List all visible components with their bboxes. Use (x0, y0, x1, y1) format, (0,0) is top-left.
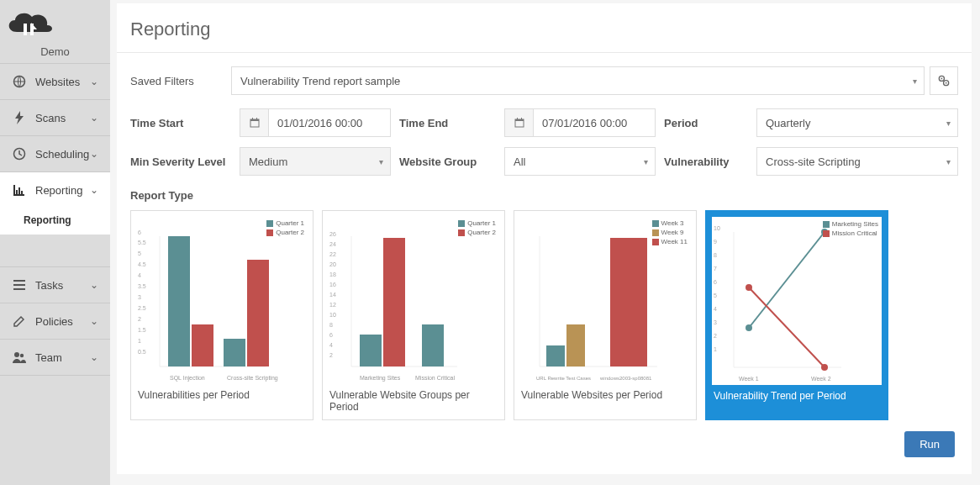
sidebar-item-label: Team (35, 351, 90, 364)
chart-thumb: Marketing Sites Mission Critical Week 1 … (712, 217, 882, 385)
vulnerability-label: Vulnerability (664, 156, 748, 168)
svg-rect-27 (192, 324, 213, 366)
vulnerability-select[interactable]: Cross-site Scripting (756, 147, 958, 176)
svg-rect-7 (13, 280, 25, 282)
reporting-panel: Reporting Saved Filters Vulnerability Tr… (117, 3, 972, 474)
calendar-icon (240, 108, 268, 137)
edit-icon (12, 314, 27, 329)
card-title: Vulnerability Trend per Period (712, 385, 882, 403)
svg-point-14 (941, 78, 943, 80)
svg-rect-38 (566, 324, 585, 366)
chart-thumb: Quarter 1 Quarter 2 Marketing Sites Miss… (328, 216, 499, 384)
brand-label: Demo (0, 45, 110, 58)
chevron-down-icon: ⌄ (90, 279, 98, 291)
min-severity-value: Medium (249, 156, 287, 168)
sidebar-item-reporting[interactable]: Reporting ⌄ (0, 172, 110, 208)
saved-filters-label: Saved Filters (130, 75, 231, 87)
svg-point-42 (746, 324, 752, 331)
cloud-logo-icon (0, 8, 57, 40)
sidebar-item-scheduling[interactable]: Scheduling ⌄ (0, 136, 110, 171)
website-group-select[interactable]: All (504, 147, 656, 176)
chart-icon (12, 182, 27, 198)
sidebar-item-label: Websites (35, 76, 90, 88)
svg-rect-6 (21, 191, 23, 194)
report-type-cards: Quarter 1 Quarter 2 SQL Injection Cross-… (130, 210, 958, 420)
svg-rect-34 (422, 324, 444, 366)
sidebar: Demo Websites ⌄ Scans ⌄ Scheduling ⌄ Rep… (0, 0, 110, 485)
time-end-value: 07/01/2016 00:00 (542, 117, 627, 129)
report-type-label: Report Type (130, 189, 958, 202)
period-value: Quarterly (766, 117, 810, 129)
sidebar-item-tasks[interactable]: Tasks ⌄ (0, 267, 110, 303)
sidebar-item-scans[interactable]: Scans ⌄ (0, 100, 110, 135)
chevron-down-icon: ⌄ (90, 148, 98, 160)
svg-rect-18 (252, 118, 253, 120)
svg-rect-29 (247, 260, 269, 366)
sidebar-item-label: Scans (35, 112, 90, 124)
saved-filters-settings-button[interactable] (930, 66, 958, 95)
svg-rect-5 (18, 187, 20, 194)
sidebar-item-label: Policies (35, 315, 90, 328)
saved-filters-value: Vulnerability Trend report sample (240, 75, 400, 87)
report-type-card-websites[interactable]: Week 3 Week 9 Week 11 URL Rewrite Test C… (514, 210, 697, 420)
svg-point-44 (746, 284, 752, 291)
report-type-card-trend[interactable]: Marketing Sites Mission Critical Week 1 … (705, 210, 888, 420)
svg-rect-28 (224, 339, 245, 366)
card-title: Vulnerable Websites per Period (519, 384, 691, 403)
time-end-label: Time End (399, 117, 496, 129)
time-end-input[interactable]: 07/01/2016 00:00 (504, 108, 656, 137)
team-icon (12, 350, 27, 365)
svg-rect-37 (546, 345, 565, 366)
time-start-value: 01/01/2016 00:00 (277, 117, 362, 129)
chart-thumb: Quarter 1 Quarter 2 SQL Injection Cross-… (136, 216, 308, 384)
svg-rect-17 (250, 119, 259, 121)
sidebar-item-label: Scheduling (35, 148, 90, 161)
gear-icon (938, 75, 950, 87)
run-button[interactable]: Run (904, 431, 955, 457)
svg-rect-33 (383, 238, 405, 366)
chart-thumb: Week 3 Week 9 Week 11 URL Rewrite Test C… (519, 216, 691, 384)
bolt-icon (12, 110, 27, 125)
report-type-card-vulnerabilities[interactable]: Quarter 1 Quarter 2 SQL Injection Cross-… (130, 210, 313, 420)
card-title: Vulnerabilities per Period (136, 384, 308, 403)
svg-rect-9 (13, 288, 25, 290)
sidebar-item-websites[interactable]: Websites ⌄ (0, 64, 110, 99)
globe-icon (12, 74, 27, 89)
svg-rect-22 (517, 118, 518, 120)
sidebar-item-policies[interactable]: Policies ⌄ (0, 303, 110, 339)
period-label: Period (664, 117, 748, 129)
vulnerability-value: Cross-site Scripting (766, 156, 861, 168)
tasks-icon (12, 277, 27, 293)
card-title: Vulnerable Website Groups per Period (328, 384, 499, 414)
period-select[interactable]: Quarterly (756, 108, 958, 137)
svg-rect-0 (24, 24, 27, 35)
page-title: Reporting (130, 3, 958, 52)
svg-rect-21 (515, 119, 524, 121)
sidebar-subitem-reporting[interactable]: Reporting (0, 208, 110, 235)
sidebar-item-team[interactable]: Team ⌄ (0, 340, 110, 375)
time-start-input[interactable]: 01/01/2016 00:00 (240, 108, 391, 137)
min-severity-select[interactable]: Medium (240, 147, 391, 176)
svg-rect-8 (13, 284, 25, 286)
svg-rect-39 (610, 238, 647, 366)
svg-rect-32 (360, 335, 382, 366)
report-type-card-website-groups[interactable]: Quarter 1 Quarter 2 Marketing Sites Miss… (322, 210, 505, 420)
time-start-label: Time Start (130, 117, 231, 129)
svg-rect-23 (521, 118, 522, 120)
svg-point-15 (946, 82, 947, 84)
chevron-down-icon: ⌄ (90, 112, 98, 124)
chevron-down-icon: ⌄ (90, 184, 98, 196)
svg-point-10 (14, 352, 19, 357)
sidebar-item-label: Reporting (35, 184, 90, 197)
svg-rect-26 (168, 236, 190, 366)
chevron-down-icon: ⌄ (90, 76, 98, 87)
min-severity-label: Min Severity Level (130, 156, 231, 168)
svg-rect-4 (16, 190, 18, 194)
chevron-down-icon: ⌄ (90, 351, 98, 363)
website-group-label: Website Group (399, 156, 496, 168)
svg-point-11 (20, 354, 24, 357)
saved-filters-select[interactable]: Vulnerability Trend report sample (231, 66, 925, 95)
main-content: Reporting Saved Filters Vulnerability Tr… (110, 0, 980, 485)
sidebar-item-label: Tasks (35, 279, 90, 292)
calendar-icon (504, 108, 533, 137)
